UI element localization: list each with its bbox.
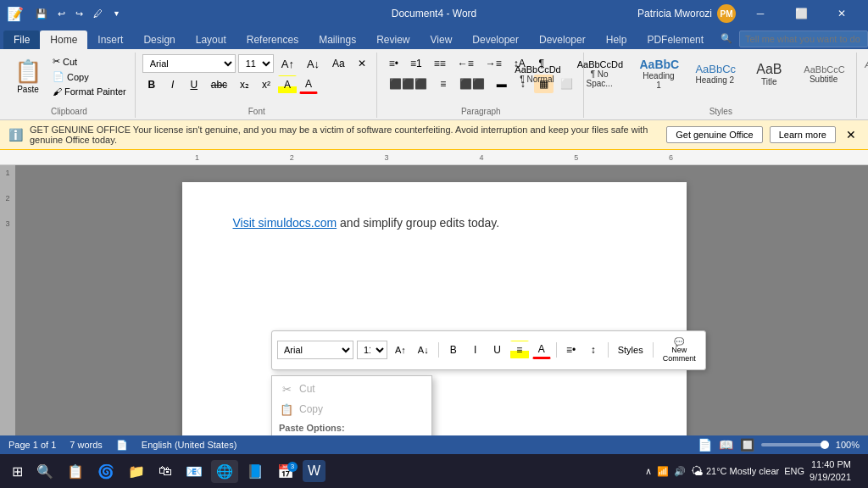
bullets-btn[interactable]: ≡•	[384, 54, 403, 73]
word-count: 7 words	[70, 440, 103, 450]
ft-increase-btn[interactable]: A↑	[391, 341, 410, 359]
task-view-btn[interactable]: 📋	[62, 460, 89, 483]
tab-pdfelement[interactable]: PDFelement	[637, 30, 714, 49]
ft-font-select[interactable]: Arial	[277, 341, 353, 359]
tab-insert[interactable]: Insert	[87, 30, 133, 49]
bold-btn[interactable]: B	[142, 75, 161, 94]
print-view-btn[interactable]: 📖	[719, 438, 733, 452]
font-increase-btn[interactable]: A↑	[276, 54, 299, 73]
explorer-btn[interactable]: 📁	[123, 460, 150, 483]
edge-btn[interactable]: 🌀	[92, 460, 120, 483]
tab-layout[interactable]: Layout	[186, 30, 236, 49]
copy-btn[interactable]: 📄 Copy	[49, 69, 130, 84]
ctx-copy[interactable]: 📋 Copy	[272, 399, 431, 419]
style-title[interactable]: AaB Title	[744, 58, 793, 90]
ft-styles-btn[interactable]: Styles	[614, 341, 648, 359]
search-taskbar-btn[interactable]: 🔍	[31, 460, 58, 483]
subscript-btn[interactable]: x₂	[235, 75, 254, 94]
tab-references[interactable]: References	[236, 30, 309, 49]
align-center-btn[interactable]: ≡	[434, 75, 453, 93]
numbering-btn[interactable]: ≡1	[405, 54, 427, 73]
maximize-btn[interactable]: ⬜	[782, 0, 821, 27]
style-normal[interactable]: AaBbCcDd ¶ Normal	[507, 61, 566, 87]
ft-underline-btn[interactable]: U	[488, 341, 507, 359]
find-btn[interactable]: 🔍 Find ▾	[864, 54, 868, 70]
word-taskbar-btn[interactable]: W	[303, 460, 326, 482]
font-color-btn[interactable]: A	[299, 75, 318, 94]
undo-quick-btn[interactable]: ↩	[54, 7, 69, 21]
cut-btn[interactable]: ✂ Cut	[49, 54, 130, 69]
ft-new-comment-btn[interactable]: 💬 NewComment	[659, 335, 700, 366]
replace-btn[interactable]: ↔ Replace	[864, 72, 868, 87]
mail-btn[interactable]: 📧	[181, 460, 208, 483]
styles-label: Styles	[709, 107, 732, 116]
web-view-btn[interactable]: 🔲	[740, 438, 754, 452]
font-family-select[interactable]: Arial	[142, 54, 236, 73]
paste-btn[interactable]: 📋 Paste	[8, 54, 47, 98]
ft-decrease-btn[interactable]: A↓	[414, 341, 433, 359]
change-case-btn[interactable]: Aa	[327, 54, 350, 73]
zoom-slider[interactable]	[761, 443, 829, 446]
notification-close-btn[interactable]: ✕	[843, 128, 860, 141]
ft-line-spacing-btn[interactable]: ↕	[584, 341, 603, 359]
sys-tray-up-btn[interactable]: ∧	[645, 466, 652, 477]
autosave-quick-btn[interactable]: 🖊	[90, 7, 106, 20]
tab-developer1[interactable]: Developer	[462, 30, 529, 49]
redo-quick-btn[interactable]: ↪	[72, 7, 86, 21]
underline-btn[interactable]: U	[185, 75, 203, 94]
hyperlink[interactable]: Visit simuldocs.com	[233, 216, 337, 230]
align-left-btn[interactable]: ⬛⬛⬛	[384, 75, 432, 93]
tab-review[interactable]: Review	[366, 30, 420, 49]
user-avatar[interactable]: PM	[717, 4, 736, 23]
learn-more-btn[interactable]: Learn more	[770, 126, 836, 143]
start-btn[interactable]: ⊞	[7, 460, 28, 483]
ft-highlight-btn[interactable]: ≡	[510, 341, 529, 359]
font-size-select[interactable]: 11	[238, 54, 274, 73]
tab-help[interactable]: Help	[596, 30, 637, 49]
style-subtitle[interactable]: AaBbCcC Subtitle	[796, 61, 850, 87]
read-view-btn[interactable]: 📄	[698, 438, 712, 452]
language-info[interactable]: English (United States)	[142, 440, 237, 450]
decrease-indent-btn[interactable]: ←≡	[453, 54, 479, 73]
italic-btn[interactable]: I	[164, 75, 182, 94]
close-btn[interactable]: ✕	[822, 0, 861, 27]
save-quick-btn[interactable]: 💾	[32, 7, 51, 21]
style-heading1[interactable]: AaBbC Heading 1	[632, 54, 686, 93]
ctx-copy-label: Copy	[299, 403, 323, 415]
highlight-btn[interactable]: A	[278, 75, 297, 94]
language-btn[interactable]: ENG	[784, 466, 804, 476]
tell-me-input[interactable]	[739, 30, 868, 47]
tab-design[interactable]: Design	[133, 30, 185, 49]
ctx-cut[interactable]: ✂ Cut	[272, 379, 431, 399]
font-decrease-btn[interactable]: A↓	[302, 54, 325, 73]
ft-size-select[interactable]: 11	[357, 341, 387, 359]
increase-indent-btn[interactable]: →≡	[481, 54, 507, 73]
superscript-btn[interactable]: x²	[257, 75, 275, 94]
customize-quick-btn[interactable]: ▼	[109, 8, 124, 19]
store-btn[interactable]: 🛍	[153, 460, 177, 482]
strikethrough-btn[interactable]: abc	[206, 75, 232, 94]
document-content[interactable]: Visit simuldocs.com and simplify group e…	[233, 216, 636, 230]
chrome-btn[interactable]: 🌐	[211, 460, 238, 483]
minimize-btn[interactable]: ─	[741, 0, 780, 27]
align-right-btn[interactable]: ⬛⬛	[454, 75, 490, 93]
tab-mailings[interactable]: Mailings	[309, 30, 366, 49]
multilevel-btn[interactable]: ≡≡	[429, 54, 451, 73]
ft-bold-btn[interactable]: B	[444, 341, 463, 359]
tab-view[interactable]: View	[420, 30, 463, 49]
select-btn[interactable]: ⬚ Select ~	[864, 89, 868, 105]
style-heading2[interactable]: AaBbCc Heading 2	[687, 59, 742, 88]
tab-file[interactable]: File	[3, 30, 40, 49]
get-genuine-btn[interactable]: Get genuine Office	[666, 126, 763, 143]
format-painter-btn[interactable]: 🖌 Format Painter	[49, 85, 130, 98]
tab-developer2[interactable]: Developer	[529, 30, 596, 49]
ft-font-color-btn[interactable]: A	[532, 341, 551, 359]
ft-italic-btn[interactable]: I	[466, 341, 485, 359]
clear-format-btn[interactable]: ✕	[353, 54, 371, 73]
style-no-spacing[interactable]: AaBbCcDd ¶ No Spac...	[570, 56, 630, 92]
notification-num-btn[interactable]: 📅3	[272, 460, 299, 483]
tab-home[interactable]: Home	[40, 30, 87, 49]
zoom-thumb[interactable]	[821, 441, 829, 449]
ft-bullets-btn[interactable]: ≡•	[562, 341, 581, 359]
teams-btn[interactable]: 📘	[242, 460, 269, 483]
